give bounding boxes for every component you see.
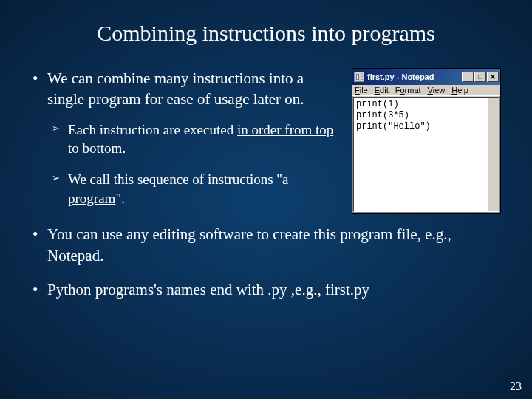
notepad-textarea[interactable]: print(1) print(3*5) print("Hello") xyxy=(353,97,499,212)
slide-title: Combining instructions into programs xyxy=(31,21,501,46)
sub2-q2: " xyxy=(115,191,121,206)
notepad-titlebar: first.py - Notepad xyxy=(352,69,500,85)
notepad-icon xyxy=(354,72,364,82)
content-row: We can combine many instructions into a … xyxy=(31,68,501,221)
bullet-1: We can combine many instructions into a … xyxy=(31,68,344,208)
menu-view[interactable]: View xyxy=(428,86,446,95)
sub1-pre: Each instruction are executed xyxy=(68,122,237,137)
page-number: 23 xyxy=(510,380,522,393)
notepad-menubar: FFileile Edit Format View Help xyxy=(352,85,500,96)
notepad-title-text: first.py - Notepad xyxy=(367,72,462,81)
bullet-3: Python programs's names end with .py ,e.… xyxy=(31,279,501,300)
minimize-button[interactable] xyxy=(462,72,474,82)
sub1-post: . xyxy=(122,140,126,156)
notepad-window: first.py - Notepad FFileile Edit Format … xyxy=(352,68,501,214)
close-button[interactable] xyxy=(487,72,499,82)
sub2-q1: " xyxy=(276,171,282,187)
menu-edit[interactable]: Edit xyxy=(375,86,389,95)
text-column: We can combine many instructions into a … xyxy=(31,68,344,221)
sub2-post: . xyxy=(121,191,125,206)
bullet-2: You can use any editing software to crea… xyxy=(31,224,501,266)
sub2-pre: We call this sequence of instructions xyxy=(68,171,276,187)
maximize-button[interactable] xyxy=(474,72,486,82)
sub-bullet-1: Each instruction are executed in order f… xyxy=(47,120,344,158)
sub-bullet-2: We call this sequence of instructions "a… xyxy=(47,170,344,208)
menu-file[interactable]: FFileile xyxy=(355,86,368,95)
menu-format[interactable]: Format xyxy=(395,86,421,95)
bullet-1-text: We can combine many instructions into a … xyxy=(47,69,304,108)
menu-help[interactable]: Help xyxy=(451,86,468,95)
